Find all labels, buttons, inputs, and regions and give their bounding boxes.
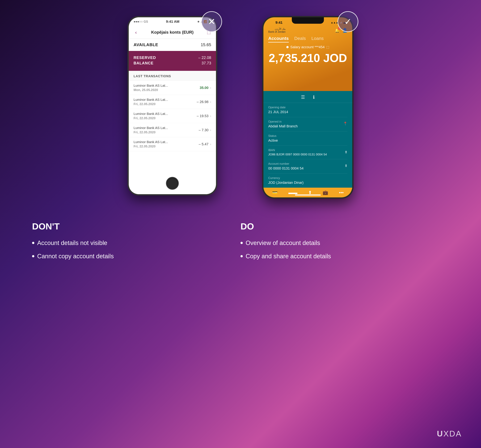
transaction-item-0[interactable]: Luminor Bank AS Lat... Mon, 25.05.2020 3… bbox=[129, 81, 216, 95]
opened-in-row: Opened in Abdali Mall Branch 📍 bbox=[268, 117, 347, 131]
uxda-logo-text: UXDA bbox=[437, 429, 462, 438]
opening-date-label: Opening date bbox=[268, 106, 288, 109]
currency-row: Currency JOD (Jordanian Dinar) bbox=[268, 174, 347, 188]
currency-label: Currency bbox=[268, 176, 303, 180]
nav-cards[interactable]: ▬▬ bbox=[288, 190, 297, 195]
bank-header: بنك الأردن Bank of Jordan 🔔 1 👤 bbox=[263, 26, 352, 36]
copy-account-icon[interactable]: ⬚ bbox=[326, 45, 329, 49]
txn-chevron-1: › bbox=[210, 100, 211, 104]
bottom-navigation: 💳 ▬▬ ⬆ 💼 ••• bbox=[263, 188, 352, 197]
account-label: Salary account ***454 bbox=[290, 45, 324, 49]
do-phone: 9:41 ▲▲▲ 📶 ▬ بنك الأردن Bank of Jo bbox=[262, 16, 353, 199]
txn-amount-2: – 19.53 bbox=[197, 114, 208, 118]
txn-right-3: – 7.30 › bbox=[199, 128, 211, 132]
reserved-row: RESERVED – 22.08 bbox=[134, 55, 211, 60]
location-icon[interactable]: 📍 bbox=[343, 122, 347, 126]
carrier-text: ●●●○○ GS bbox=[134, 20, 148, 23]
nav-more[interactable]: ••• bbox=[339, 190, 344, 195]
signal-bars-icon: ▲▲▲ bbox=[331, 21, 338, 24]
account-indicator-dot bbox=[286, 46, 289, 48]
txn-chevron-0: › bbox=[210, 86, 211, 89]
nav-bag[interactable]: 💼 bbox=[323, 190, 328, 195]
bank-logo: بنك الأردن Bank of Jordan bbox=[268, 27, 286, 33]
page-container: ✕ ●●●○○ GS 9:41 AM ✱ ▲ 📶 🔋 bbox=[0, 0, 481, 448]
txn-right-4: – 5.47 › bbox=[199, 142, 211, 146]
phone-notch bbox=[292, 17, 324, 24]
account-info-fields: Opening date 21 JUL 2014 Opened in Abdal… bbox=[263, 103, 352, 188]
txn-merchant-4: Luminor Bank AS Lat... bbox=[134, 140, 168, 144]
reserved-label: RESERVED bbox=[134, 55, 156, 60]
do-heading: DO bbox=[240, 221, 449, 232]
tab-accounts[interactable]: Accounts bbox=[268, 36, 289, 43]
balance-row: BALANCE 37.73 bbox=[134, 61, 211, 65]
dont-phone-inner: ●●●○○ GS 9:41 AM ✱ ▲ 📶 🔋 ‹ bbox=[129, 17, 216, 194]
teal-info-section: ☰ ℹ Opening date 21 JUL 2014 bbox=[263, 91, 352, 188]
iban-label: IBAN bbox=[268, 148, 327, 152]
txn-merchant-0: Luminor Bank AS Lat... bbox=[134, 84, 168, 88]
bluetooth-icon: ✱ bbox=[197, 20, 199, 23]
home-button[interactable] bbox=[166, 177, 179, 190]
txn-right-2: – 19.53 › bbox=[197, 114, 211, 118]
balance-value: 37.73 bbox=[202, 61, 211, 65]
do-bullet-dot-2 bbox=[240, 255, 243, 257]
transaction-item-2[interactable]: Luminor Bank AS Lat... Fri, 22.05.2020 –… bbox=[129, 109, 216, 123]
tab-deals[interactable]: Deals bbox=[294, 36, 306, 43]
txn-date-1: Fri, 22.05.2020 bbox=[134, 102, 168, 106]
right-time: 9:41 bbox=[275, 21, 283, 25]
txn-date-4: Fri, 22.05.2020 bbox=[134, 145, 168, 148]
transactions-section: LAST TRANSACTIONS Luminor Bank AS Lat...… bbox=[129, 71, 216, 194]
do-bullet-1-text: Overview of account details bbox=[246, 240, 320, 246]
list-view-button[interactable]: ☰ bbox=[301, 95, 305, 100]
bullet-dot-1 bbox=[32, 242, 34, 244]
x-icon: ✕ bbox=[208, 16, 215, 27]
opened-in-label: Opened in bbox=[268, 120, 298, 123]
account-balance: 2,735.210 JOD bbox=[263, 51, 352, 68]
txn-merchant-3: Luminor Bank AS Lat... bbox=[134, 126, 168, 130]
account-title: Kopējais konts (EUR) bbox=[151, 30, 194, 35]
info-view-button[interactable]: ℹ bbox=[313, 95, 315, 100]
do-bullet-dot-1 bbox=[240, 242, 243, 244]
txn-left-1: Luminor Bank AS Lat... Fri, 22.05.2020 bbox=[134, 98, 168, 106]
nav-wallet[interactable]: 💳 bbox=[272, 190, 278, 195]
tab-loans[interactable]: Loans bbox=[311, 36, 323, 43]
txn-amount-1: – 26.98 bbox=[197, 100, 208, 104]
do-bullet-list: Overview of account details Copy and sha… bbox=[240, 240, 449, 260]
do-bullet-2: Copy and share account details bbox=[240, 253, 449, 260]
account-number-label: Account number bbox=[268, 162, 303, 166]
transaction-item-1[interactable]: Luminor Bank AS Lat... Fri, 22.05.2020 –… bbox=[129, 95, 216, 109]
status-value: Active bbox=[268, 139, 278, 143]
txn-merchant-1: Luminor Bank AS Lat... bbox=[134, 98, 168, 102]
dont-phone-wrapper: ✕ ●●●○○ GS 9:41 AM ✱ ▲ 📶 🔋 bbox=[128, 16, 217, 196]
txn-amount-4: – 5.47 bbox=[199, 142, 208, 146]
reserved-value: – 22.08 bbox=[198, 55, 211, 60]
uxda-branding: UXDA bbox=[437, 429, 462, 438]
txn-chevron-2: › bbox=[210, 114, 211, 118]
do-bullet-2-text: Copy and share account details bbox=[246, 253, 331, 260]
transaction-item-3[interactable]: Luminor Bank AS Lat... Fri, 22.05.2020 –… bbox=[129, 123, 216, 137]
txn-chevron-4: › bbox=[210, 142, 211, 146]
txn-date-2: Fri, 22.05.2020 bbox=[134, 116, 168, 120]
available-section: AVAILABLE 15.65 bbox=[129, 39, 216, 51]
balance-label: BALANCE bbox=[134, 61, 153, 65]
do-phone-wrapper: ✓ 9:41 ▲▲▲ 📶 ▬ bbox=[262, 16, 353, 199]
txn-amount-3: – 7.30 bbox=[199, 128, 208, 132]
view-toggle-bar: ☰ ℹ bbox=[263, 91, 352, 103]
account-number-share-icon[interactable]: ⬆ bbox=[345, 164, 347, 168]
txn-amount-0: 35.00 bbox=[200, 86, 208, 90]
currency-value: JOD (Jordanian Dinar) bbox=[268, 181, 303, 185]
txn-right-1: – 26.98 › bbox=[197, 100, 211, 104]
iban-value: JO86 BJOR 0097 0000 0000 0131 0004 54 bbox=[268, 153, 327, 156]
back-chevron-icon: ‹ bbox=[135, 30, 137, 35]
opening-date-value: 21 JUL 2014 bbox=[268, 110, 288, 114]
notification-button[interactable]: 🔔 1 bbox=[335, 28, 340, 33]
bullet-dot-2 bbox=[32, 255, 34, 257]
left-nav-header: ‹ Kopējais konts (EUR) ⬚ bbox=[129, 26, 216, 39]
back-button[interactable]: ‹ bbox=[133, 29, 139, 36]
available-amount: 15.65 bbox=[201, 42, 211, 47]
phones-comparison: ✕ ●●●○○ GS 9:41 AM ✱ ▲ 📶 🔋 bbox=[128, 16, 353, 199]
check-icon: ✓ bbox=[344, 16, 352, 27]
transaction-item-4[interactable]: Luminor Bank AS Lat... Fri, 22.05.2020 –… bbox=[129, 137, 216, 151]
iban-share-icon[interactable]: ⬆ bbox=[345, 150, 347, 154]
account-summary: RESERVED – 22.08 BALANCE 37.73 bbox=[129, 51, 216, 71]
txn-left-0: Luminor Bank AS Lat... Mon, 25.05.2020 bbox=[134, 84, 168, 92]
